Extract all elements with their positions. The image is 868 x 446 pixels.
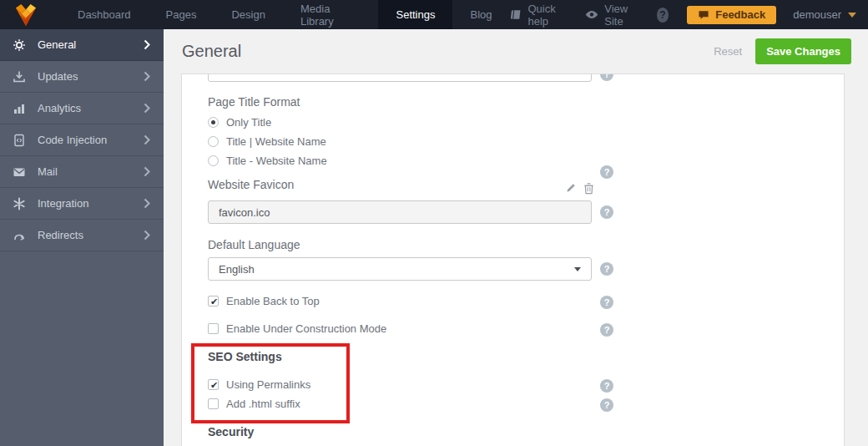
quick-help-label: Quick help bbox=[528, 3, 566, 28]
nav-item-pages[interactable]: Pages bbox=[149, 0, 214, 29]
add-html-suffix-checkbox[interactable]: Add .html suffix bbox=[208, 398, 300, 410]
chevron-right-icon bbox=[144, 71, 150, 82]
select-caret-icon bbox=[574, 267, 581, 271]
quick-help-link[interactable]: Quick help bbox=[510, 3, 566, 28]
sidebar-item-label: General bbox=[38, 38, 144, 51]
checkbox-icon bbox=[208, 398, 219, 409]
sidebar-item-general[interactable]: General bbox=[0, 29, 164, 61]
page-header: General Reset Save Changes bbox=[164, 29, 868, 73]
sidebar-item-code-injection[interactable]: Code Injection bbox=[0, 124, 164, 156]
checkbox-icon bbox=[208, 323, 219, 334]
nav-item-dashboard[interactable]: Dashboard bbox=[60, 0, 149, 29]
website-favicon-label: Website Favicon bbox=[208, 178, 294, 191]
help-icon[interactable]: ? bbox=[600, 262, 613, 276]
user-menu[interactable]: demouser bbox=[793, 8, 856, 21]
sidebar-item-label: Integration bbox=[38, 197, 144, 210]
chevron-right-icon bbox=[144, 103, 150, 114]
sidebar-item-analytics[interactable]: Analytics bbox=[0, 93, 164, 124]
radio-icon bbox=[208, 155, 219, 166]
radio-icon bbox=[208, 117, 219, 128]
help-icon[interactable]: ? bbox=[600, 165, 613, 179]
help-icon[interactable]: ? bbox=[600, 379, 613, 393]
eye-icon bbox=[585, 10, 598, 19]
nav-item-blog[interactable]: Blog bbox=[452, 0, 509, 29]
selected-language-value: English bbox=[219, 263, 255, 276]
header-actions: Reset Save Changes bbox=[714, 38, 851, 64]
radio-only-title[interactable]: Only Title bbox=[208, 116, 271, 129]
cutoff-text-field[interactable] bbox=[208, 73, 592, 82]
checkbox-label: Add .html suffix bbox=[226, 398, 300, 410]
sidebar-item-label: Updates bbox=[38, 70, 144, 83]
username-label: demouser bbox=[793, 8, 841, 21]
gear-icon bbox=[13, 38, 27, 52]
radio-label: Title | Website Name bbox=[226, 135, 326, 148]
checkbox-label: Enable Back to Top bbox=[226, 295, 320, 307]
download-icon bbox=[13, 70, 27, 84]
trash-icon[interactable] bbox=[583, 182, 594, 195]
help-icon[interactable]: ? bbox=[600, 205, 613, 219]
chevron-right-icon bbox=[144, 230, 150, 241]
sidebar-item-mail[interactable]: Mail bbox=[0, 156, 164, 188]
chevron-right-icon bbox=[144, 134, 150, 145]
reset-button[interactable]: Reset bbox=[714, 45, 742, 58]
checkbox-label: Enable Under Construction Mode bbox=[226, 322, 386, 335]
chevron-right-icon bbox=[144, 198, 150, 209]
feedback-label: Feedback bbox=[715, 8, 765, 21]
app-window: Dashboard Pages Design Media Library Set… bbox=[0, 0, 868, 446]
radio-label: Title - Website Name bbox=[226, 155, 327, 167]
chevron-right-icon bbox=[144, 39, 150, 50]
help-icon[interactable]: ? bbox=[600, 296, 613, 309]
main-content: General Reset Save Changes ? Page Title … bbox=[164, 29, 868, 446]
code-file-icon bbox=[13, 134, 27, 147]
radio-label: Only Title bbox=[226, 116, 271, 129]
book-icon bbox=[510, 8, 522, 21]
page-title-format-label: Page Title Format bbox=[208, 95, 300, 109]
checkbox-icon bbox=[208, 379, 219, 390]
page-title: General bbox=[182, 42, 241, 61]
brand-logo-icon[interactable] bbox=[13, 3, 38, 27]
radio-icon bbox=[208, 136, 219, 147]
sidebar-item-redirects[interactable]: Redirects bbox=[0, 220, 164, 251]
envelope-icon bbox=[13, 165, 27, 179]
help-icon[interactable]: ? bbox=[600, 323, 613, 337]
sidebar-item-updates[interactable]: Updates bbox=[0, 61, 164, 93]
topnav-right-cluster: Quick help View Site ? Feedback demouser bbox=[510, 3, 868, 28]
nav-item-media-library[interactable]: Media Library bbox=[283, 0, 379, 29]
radio-title-pipe-website-name[interactable]: Title | Website Name bbox=[208, 135, 326, 148]
sidebar-item-label: Mail bbox=[38, 165, 144, 178]
speech-bubble-icon bbox=[698, 10, 709, 20]
help-badge-icon[interactable]: ? bbox=[657, 8, 669, 23]
default-language-label: Default Language bbox=[208, 238, 300, 251]
sidebar-item-label: Code Injection bbox=[38, 134, 144, 146]
checkbox-icon bbox=[208, 296, 219, 307]
radio-title-dash-website-name[interactable]: Title - Website Name bbox=[208, 155, 327, 167]
view-site-label: View Site bbox=[604, 3, 637, 28]
seo-settings-heading: SEO Settings bbox=[208, 350, 282, 363]
sidebar-item-label: Analytics bbox=[38, 102, 144, 114]
nav-item-design[interactable]: Design bbox=[214, 0, 282, 29]
nav-item-settings[interactable]: Settings bbox=[378, 0, 452, 29]
settings-sidebar: General Updates Analytics Code Injection bbox=[0, 29, 164, 446]
security-heading: Security bbox=[208, 425, 254, 438]
help-icon[interactable]: ? bbox=[600, 398, 613, 412]
help-icon[interactable]: ? bbox=[600, 73, 613, 81]
redirect-icon bbox=[13, 229, 27, 242]
top-navigation-bar: Dashboard Pages Design Media Library Set… bbox=[0, 0, 868, 29]
favicon-input[interactable] bbox=[208, 200, 592, 224]
using-permalinks-checkbox[interactable]: Using Permalinks bbox=[208, 378, 310, 391]
save-changes-button[interactable]: Save Changes bbox=[755, 38, 851, 64]
bar-chart-icon bbox=[13, 102, 27, 115]
feedback-button[interactable]: Feedback bbox=[687, 6, 776, 24]
sidebar-item-label: Redirects bbox=[38, 229, 144, 241]
pencil-icon[interactable] bbox=[565, 182, 577, 195]
view-site-link[interactable]: View Site bbox=[585, 3, 637, 28]
chevron-down-icon bbox=[848, 13, 856, 18]
default-language-select[interactable]: English bbox=[208, 257, 592, 281]
settings-form-panel: ? Page Title Format ? Only Title Title |… bbox=[181, 73, 845, 446]
favicon-field-icons bbox=[565, 182, 594, 195]
chevron-right-icon bbox=[144, 166, 150, 177]
enable-back-to-top-checkbox[interactable]: Enable Back to Top bbox=[208, 295, 320, 307]
asterisk-icon bbox=[13, 197, 27, 210]
sidebar-item-integration[interactable]: Integration bbox=[0, 188, 164, 220]
enable-under-construction-checkbox[interactable]: Enable Under Construction Mode bbox=[208, 322, 386, 335]
